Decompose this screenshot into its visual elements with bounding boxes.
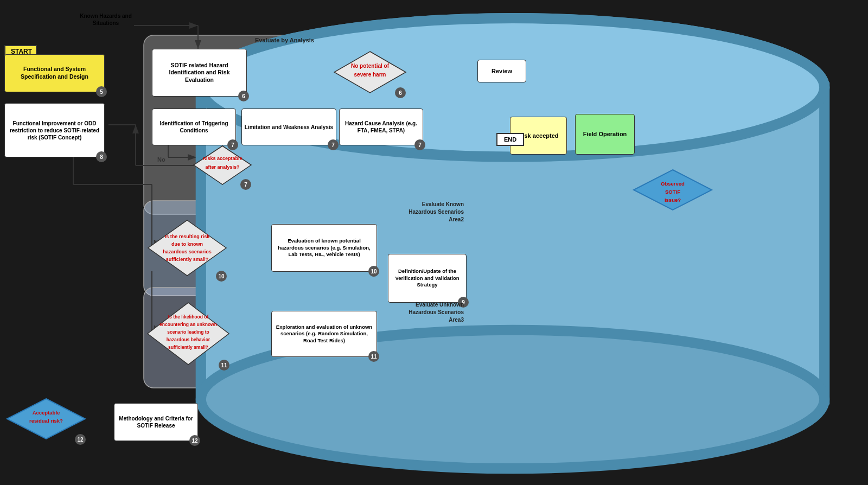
- svg-text:SOTIF: SOTIF: [665, 189, 680, 195]
- identification-label: Identification of Triggering Conditions: [155, 120, 233, 134]
- review-label: Review: [492, 67, 512, 75]
- identification-box: Identification of Triggering Conditions …: [152, 109, 236, 145]
- functional-design-box: Functional and System Specification and …: [4, 54, 105, 92]
- diagram-container: Yes No No Yes No: [0, 0, 868, 485]
- limitation-box: Limitation and Weakness Analysis 7: [241, 109, 336, 145]
- svg-text:scenario leading to: scenario leading to: [167, 329, 209, 335]
- badge-11a: 11: [219, 360, 229, 371]
- sotif-hazard-label: SOTIF related Hazard Identification and …: [156, 62, 243, 84]
- svg-text:residual risk?: residual risk?: [29, 418, 63, 424]
- svg-text:sufficiently small?: sufficiently small?: [166, 257, 209, 262]
- svg-text:Is the likelihood of: Is the likelihood of: [168, 314, 209, 320]
- risk-accepted-label: Risk accepted: [519, 132, 559, 139]
- svg-text:severe harm: severe harm: [354, 72, 386, 78]
- known-hazards-label: Known Hazards and Situations: [79, 12, 133, 27]
- field-operation-box: Field Operation: [575, 114, 635, 155]
- no-potential-diamond: No potential of severe harm 6: [334, 50, 407, 94]
- badge-8: 8: [96, 151, 107, 162]
- badge-6a: 6: [238, 91, 249, 101]
- risks-acceptable-diamond: Risks acceptable after analysis? 7: [193, 145, 252, 186]
- review-box: Review: [477, 60, 526, 82]
- svg-text:sufficiently small?: sufficiently small?: [168, 344, 208, 350]
- limitation-label: Limitation and Weakness Analysis: [245, 124, 333, 131]
- end-box: END: [496, 133, 524, 146]
- badge-10a: 10: [216, 271, 227, 282]
- svg-text:Risks acceptable: Risks acceptable: [202, 156, 242, 161]
- badge-6b: 6: [395, 87, 406, 98]
- badge-7d: 7: [240, 179, 251, 190]
- svg-marker-45: [148, 220, 226, 276]
- svg-text:Acceptable: Acceptable: [33, 410, 60, 416]
- badge-12a: 12: [75, 434, 86, 445]
- svg-text:Is the resulting risk: Is the resulting risk: [165, 234, 210, 239]
- svg-text:encountering an unknown: encountering an unknown: [159, 322, 217, 327]
- svg-text:due to known: due to known: [171, 241, 203, 247]
- sotif-hazard-box: SOTIF related Hazard Identification and …: [152, 49, 247, 97]
- likelihood-diamond: Is the likelihood of encountering an unk…: [146, 301, 231, 366]
- observed-sotif-diamond: Observed SOTIF Issue?: [632, 168, 713, 212]
- svg-text:Issue?: Issue?: [665, 197, 681, 203]
- evaluate-known-label: Evaluate Known Hazardous Scenarios Area2: [399, 201, 464, 224]
- evaluate-analysis-label: Evaluate by Analysis: [255, 37, 314, 43]
- field-operation-label: Field Operation: [583, 130, 627, 138]
- known-hazards-cylinder: Known Hazards and Situations: [79, 4, 133, 42]
- badge-5: 5: [96, 86, 107, 97]
- hazard-cause-box: Hazard Cause Analysis (e.g. FTA, FMEA, S…: [339, 109, 423, 145]
- evaluate-unknown-label: Evaluate Unknown Hazardous Scenarios Are…: [399, 301, 464, 324]
- functional-improvement-box: Functional Improvement or ODD restrictio…: [4, 103, 105, 157]
- functional-design-label: Functional and System Specification and …: [8, 66, 101, 80]
- hazard-cause-label: Hazard Cause Analysis (e.g. FTA, FMEA, S…: [342, 120, 420, 134]
- acceptable-residual-diamond: Acceptable residual risk? 12: [5, 397, 87, 441]
- svg-text:after analysis?: after analysis?: [205, 164, 239, 170]
- resulting-risk-diamond: Is the resulting risk due to known hazar…: [146, 219, 228, 277]
- svg-text:hazardous scenarios: hazardous scenarios: [163, 249, 212, 254]
- svg-text:No potential of: No potential of: [351, 63, 390, 69]
- svg-text:Observed: Observed: [661, 181, 685, 187]
- functional-improvement-label: Functional Improvement or ODD restrictio…: [8, 120, 101, 141]
- svg-text:hazardous behavior: hazardous behavior: [167, 337, 210, 342]
